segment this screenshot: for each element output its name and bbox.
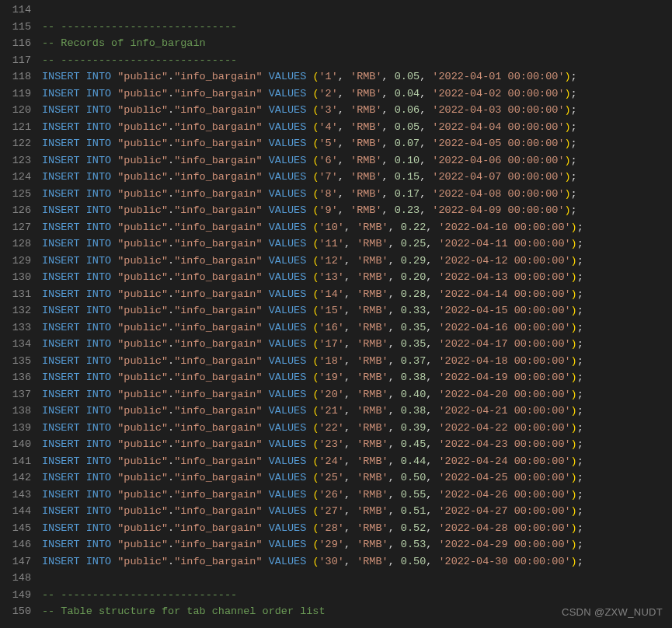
- value-id: '16': [319, 322, 344, 333]
- value-id: '27': [319, 505, 344, 517]
- table-name: "info_bargain": [174, 288, 262, 300]
- code-line: INSERT INTO "public"."info_bargain" VALU…: [42, 503, 672, 520]
- value-id: '20': [319, 389, 344, 400]
- value-number: 0.55: [401, 489, 426, 501]
- semicolon: ;: [571, 71, 577, 82]
- keyword-values: VALUES: [269, 405, 307, 417]
- paren-close: ): [571, 422, 577, 434]
- schema-name: "public": [117, 556, 168, 567]
- comma: ,: [344, 355, 357, 367]
- value-id: '23': [319, 438, 344, 450]
- comma: ,: [388, 355, 401, 367]
- paren-open: (: [312, 271, 319, 283]
- dot: .: [168, 288, 174, 300]
- value-number: 0.07: [395, 138, 420, 149]
- keyword-values: VALUES: [269, 556, 307, 567]
- paren-close: ): [571, 455, 577, 467]
- paren-close: ): [571, 505, 577, 517]
- schema-name: "public": [117, 438, 168, 450]
- line-number: 119: [0, 85, 31, 103]
- line-number: 146: [0, 536, 31, 553]
- keyword-values: VALUES: [269, 438, 307, 450]
- value-currency: 'RMB': [350, 155, 382, 166]
- value-currency: 'RMB': [350, 104, 382, 116]
- line-number: 145: [0, 520, 31, 537]
- value-timestamp: '2022-04-03 00:00:00': [432, 104, 564, 116]
- line-number: 122: [0, 135, 31, 152]
- dot: .: [168, 204, 174, 216]
- code-content[interactable]: -- ------------------------------ Record…: [37, 0, 672, 620]
- semicolon: ;: [571, 204, 577, 216]
- keyword-insert: INSERT INTO: [42, 322, 111, 333]
- comma: ,: [344, 288, 357, 300]
- value-currency: 'RMB': [357, 305, 388, 316]
- value-currency: 'RMB': [350, 188, 382, 200]
- comma: ,: [426, 389, 438, 400]
- comment-dashes: -- ----------------------------: [42, 589, 237, 601]
- paren-close: ): [571, 438, 577, 450]
- keyword-values: VALUES: [269, 121, 307, 133]
- comma: ,: [420, 138, 432, 149]
- code-line: INSERT INTO "public"."info_bargain" VALU…: [42, 119, 672, 136]
- dot: .: [168, 556, 174, 567]
- keyword-values: VALUES: [269, 322, 307, 333]
- schema-name: "public": [117, 155, 168, 166]
- table-name: "info_bargain": [174, 556, 262, 567]
- comma: ,: [426, 422, 438, 434]
- value-currency: 'RMB': [357, 338, 388, 350]
- schema-name: "public": [117, 188, 168, 200]
- comma: ,: [338, 188, 350, 200]
- code-line: INSERT INTO "public"."info_bargain" VALU…: [42, 169, 672, 186]
- paren-open: (: [312, 305, 319, 316]
- table-name: "info_bargain": [174, 305, 262, 316]
- code-line: INSERT INTO "public"."info_bargain" VALU…: [42, 302, 672, 319]
- value-id: '4': [319, 121, 338, 133]
- value-timestamp: '2022-04-06 00:00:00': [432, 155, 564, 166]
- paren-open: (: [312, 88, 319, 99]
- value-number: 0.40: [401, 389, 426, 400]
- comma: ,: [426, 372, 438, 383]
- keyword-insert: INSERT INTO: [42, 305, 111, 316]
- value-timestamp: '2022-04-25 00:00:00': [438, 472, 570, 483]
- paren-close: ): [565, 138, 571, 149]
- value-id: '18': [319, 355, 344, 367]
- value-id: '11': [319, 238, 344, 249]
- value-currency: 'RMB': [357, 556, 388, 567]
- dot: .: [168, 271, 174, 283]
- dot: .: [168, 322, 174, 333]
- keyword-values: VALUES: [269, 522, 307, 534]
- keyword-insert: INSERT INTO: [42, 505, 111, 517]
- keyword-insert: INSERT INTO: [42, 489, 111, 501]
- value-number: 0.38: [401, 405, 426, 417]
- keyword-values: VALUES: [269, 489, 307, 501]
- semicolon: ;: [577, 455, 583, 467]
- schema-name: "public": [117, 522, 168, 534]
- schema-name: "public": [117, 222, 168, 233]
- keyword-values: VALUES: [269, 505, 307, 517]
- value-timestamp: '2022-04-15 00:00:00': [438, 305, 570, 316]
- line-number-gutter: 1141151161171181191201211221231241251261…: [0, 0, 37, 620]
- dot: .: [168, 438, 174, 450]
- comma: ,: [388, 489, 401, 501]
- schema-name: "public": [117, 255, 168, 267]
- comma: ,: [344, 305, 357, 316]
- keyword-insert: INSERT INTO: [42, 372, 111, 383]
- comma: ,: [388, 305, 401, 316]
- value-timestamp: '2022-04-29 00:00:00': [438, 539, 570, 550]
- comma: ,: [338, 121, 350, 133]
- value-number: 0.05: [395, 121, 420, 133]
- keyword-values: VALUES: [269, 372, 307, 383]
- value-timestamp: '2022-04-27 00:00:00': [438, 505, 570, 517]
- table-name: "info_bargain": [174, 505, 262, 517]
- value-number: 0.23: [395, 204, 420, 216]
- value-currency: 'RMB': [350, 171, 382, 183]
- value-currency: 'RMB': [357, 489, 388, 501]
- value-timestamp: '2022-04-05 00:00:00': [432, 138, 564, 149]
- paren-close: ): [565, 204, 571, 216]
- paren-close: ): [571, 322, 577, 333]
- semicolon: ;: [571, 88, 577, 99]
- comma: ,: [388, 522, 401, 534]
- value-timestamp: '2022-04-01 00:00:00': [432, 71, 564, 82]
- paren-close: ): [571, 405, 577, 417]
- comma: ,: [388, 338, 401, 350]
